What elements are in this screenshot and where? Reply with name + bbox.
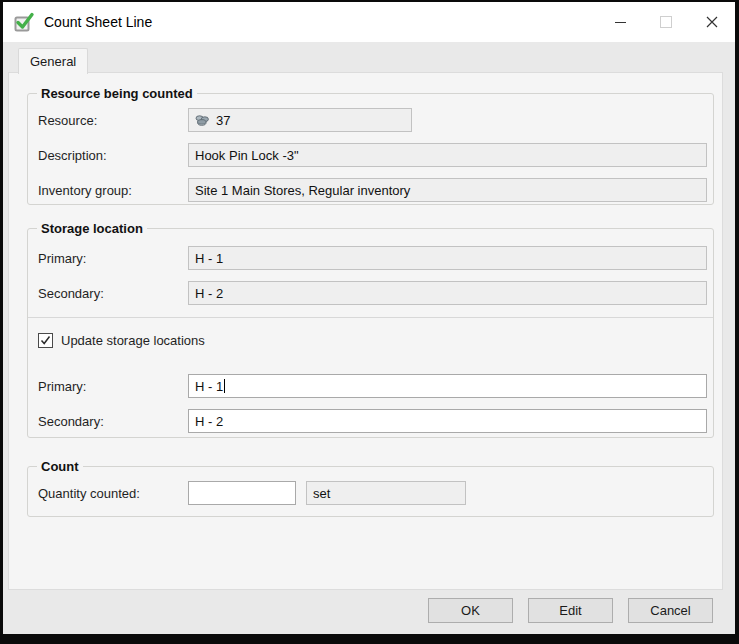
text-caret <box>224 379 225 393</box>
secondary-current-row: Secondary: H - 2 <box>38 281 713 305</box>
inventory-group-field: Site 1 Main Stores, Regular inventory <box>188 178 707 202</box>
primary-update-label: Primary: <box>38 379 188 394</box>
ok-button[interactable]: OK <box>428 598 513 623</box>
group-legend: Resource being counted <box>37 85 197 102</box>
update-storage-row: Update storage locations <box>38 331 713 349</box>
primary-current-value: H - 1 <box>195 251 223 266</box>
secondary-current-label: Secondary: <box>38 286 188 301</box>
window-title: Count Sheet Line <box>44 14 152 30</box>
cancel-button-label: Cancel <box>650 603 690 618</box>
update-storage-checkbox[interactable] <box>38 333 53 348</box>
primary-update-value: H - 1 <box>195 379 223 394</box>
description-row: Description: Hook Pin Lock -3" <box>38 143 713 167</box>
secondary-update-label: Secondary: <box>38 414 188 429</box>
titlebar: Count Sheet Line <box>3 2 735 42</box>
dialog-client-area: General Resource being counted Resource: <box>3 42 735 634</box>
primary-current-label: Primary: <box>38 251 188 266</box>
update-storage-checkbox-label[interactable]: Update storage locations <box>61 333 205 348</box>
inventory-group-value: Site 1 Main Stores, Regular inventory <box>195 183 410 198</box>
primary-update-input[interactable]: H - 1 <box>188 374 707 398</box>
minimize-icon <box>615 22 626 23</box>
unit-field: set <box>306 481 466 505</box>
unit-value: set <box>313 486 330 501</box>
resource-value: 37 <box>216 113 230 128</box>
description-value: Hook Pin Lock -3" <box>195 148 299 163</box>
secondary-update-row: Secondary: H - 2 <box>38 409 713 433</box>
resource-row: Resource: 37 <box>38 108 713 132</box>
secondary-current-value: H - 2 <box>195 286 223 301</box>
primary-current-row: Primary: H - 1 <box>38 246 713 270</box>
secondary-update-value: H - 2 <box>195 414 223 429</box>
minimize-button[interactable] <box>597 2 643 42</box>
close-button[interactable] <box>689 2 735 42</box>
description-label: Description: <box>38 148 188 163</box>
secondary-update-input[interactable]: H - 2 <box>188 409 707 433</box>
coin-stack-icon <box>195 114 210 127</box>
resource-field: 37 <box>188 108 412 132</box>
primary-current-field: H - 1 <box>188 246 707 270</box>
checkmark-icon <box>40 335 51 346</box>
checked-sheet-icon <box>12 10 36 34</box>
secondary-current-field: H - 2 <box>188 281 707 305</box>
group-storage-location: Storage location Primary: H - 1 Secondar… <box>27 228 714 438</box>
inventory-group-row: Inventory group: Site 1 Main Stores, Reg… <box>38 178 713 202</box>
quantity-counted-input[interactable] <box>188 481 296 505</box>
group-resource-being-counted: Resource being counted Resource: 3 <box>27 93 714 205</box>
close-icon <box>706 16 718 28</box>
primary-update-row: Primary: H - 1 <box>38 374 713 398</box>
inventory-group-label: Inventory group: <box>38 183 188 198</box>
ok-button-label: OK <box>461 603 480 618</box>
tab-general[interactable]: General <box>18 48 88 74</box>
resource-label: Resource: <box>38 113 188 128</box>
tab-general-label: General <box>30 54 76 69</box>
storage-separator <box>28 317 713 318</box>
dialog-button-row: OK Edit Cancel <box>428 598 713 623</box>
quantity-counted-label: Quantity counted: <box>38 486 188 501</box>
tab-panel: Resource being counted Resource: 3 <box>8 72 723 590</box>
group-count: Count Quantity counted: set <box>27 466 714 517</box>
group-legend: Count <box>37 458 83 475</box>
dialog-window: Count Sheet Line General <box>3 2 735 634</box>
group-legend: Storage location <box>37 220 147 237</box>
quantity-row: Quantity counted: set <box>38 481 713 505</box>
description-field: Hook Pin Lock -3" <box>188 143 707 167</box>
maximize-icon <box>660 16 672 28</box>
maximize-button <box>643 2 689 42</box>
edit-button[interactable]: Edit <box>528 598 613 623</box>
cancel-button[interactable]: Cancel <box>628 598 713 623</box>
edit-button-label: Edit <box>559 603 581 618</box>
